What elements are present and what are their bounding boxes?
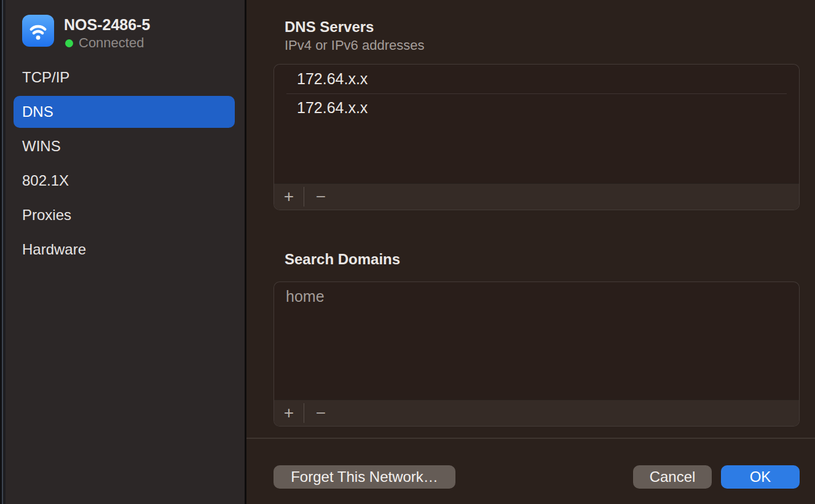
ok-button[interactable]: OK [721,465,800,489]
dns-servers-heading: DNS Servers [285,18,374,36]
search-add-button[interactable]: + [274,404,304,422]
sidebar-item-tcp-ip[interactable]: TCP/IP [14,61,235,93]
connected-status-label: Connected [79,35,144,51]
search-domains-listbox: home + − [274,282,800,427]
sidebar-item-proxies[interactable]: Proxies [14,199,235,231]
search-domains-heading: Search Domains [285,251,400,268]
dns-add-button[interactable]: + [274,188,304,205]
connected-status-dot-icon [65,39,73,47]
search-domain-rows: home [274,282,799,400]
dns-servers-listbox: 172.64.x.x172.64.x.x + − [274,64,800,210]
network-sidebar: NOS-2486-5 Connected TCP/IPDNSWINS802.1X… [6,0,245,504]
sidebar-nav: TCP/IPDNSWINS802.1XProxiesHardware [14,61,235,268]
dns-remove-button[interactable]: − [304,188,337,205]
sidebar-item-wins[interactable]: WINS [14,130,235,162]
list-item[interactable]: 172.64.x.x [274,65,799,93]
network-name: NOS-2486-5 [64,16,150,34]
list-item[interactable]: home [274,282,799,311]
content-panel: DNS Servers IPv4 or IPv6 addresses 172.6… [246,0,815,504]
wifi-icon [22,15,54,47]
forget-network-button[interactable]: Forget This Network… [274,465,455,489]
cancel-button[interactable]: Cancel [633,465,712,489]
search-remove-button[interactable]: − [304,404,337,422]
dns-server-rows: 172.64.x.x172.64.x.x [274,65,799,184]
sidebar-item-dns[interactable]: DNS [14,96,235,128]
sidebar-item-hardware[interactable]: Hardware [14,234,235,266]
search-listbox-toolbar: + − [274,400,799,426]
sidebar-item-802-1x[interactable]: 802.1X [14,165,235,197]
footer-divider [246,438,815,439]
dns-listbox-toolbar: + − [274,183,799,210]
list-item[interactable]: 172.64.x.x [274,93,799,122]
dns-servers-subheading: IPv4 or IPv6 addresses [285,37,424,53]
desktop-edge-sliver [0,0,6,504]
network-status: Connected [65,35,144,51]
